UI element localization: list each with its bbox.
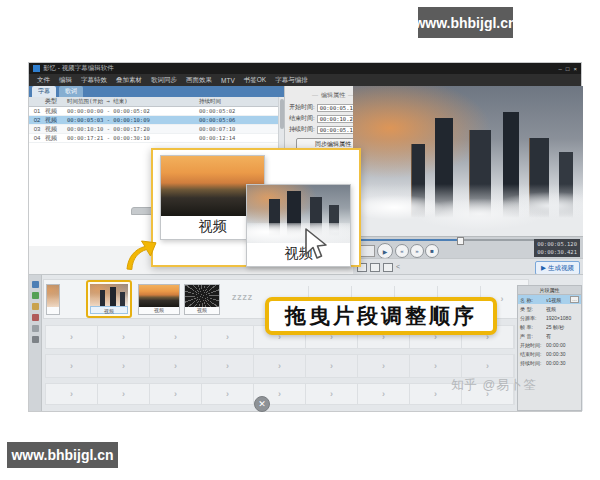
music-track-icon[interactable]	[32, 325, 39, 332]
menu-item-file[interactable]: 文件	[37, 76, 50, 85]
menu-item-picture-fx[interactable]: 画面效果	[186, 76, 212, 85]
watermark-bottom-left: www.bhbijgl.cn	[7, 442, 118, 468]
empty-slot	[98, 384, 150, 404]
empty-slot	[306, 355, 358, 377]
seek-handle[interactable]	[457, 237, 464, 245]
snapshot-icon[interactable]	[383, 263, 393, 272]
browse-button[interactable]: …	[570, 296, 579, 303]
table-row[interactable]: 01 视频 00:00:00:00 - 00:00:05:02 00:00:05…	[29, 107, 284, 116]
cloud-layer	[353, 184, 583, 236]
dismiss-x-button[interactable]: ✕	[254, 396, 270, 412]
empty-slot	[150, 326, 202, 348]
menu-item-overlay[interactable]: 叠加素材	[116, 76, 142, 85]
empty-slot	[98, 355, 150, 377]
menu-item-subtitle-fx[interactable]: 字幕特效	[81, 76, 107, 85]
property-row: 结束时间: 00:00:30	[518, 349, 581, 358]
property-row: 持续时间: 00:00:30	[518, 358, 581, 367]
storyboard-clip[interactable]: 视频	[184, 284, 220, 315]
empty-slot	[46, 326, 98, 348]
save-icon[interactable]	[370, 263, 380, 272]
empty-slot	[202, 326, 254, 348]
storyboard-clip-selected[interactable]: 视频	[86, 280, 132, 318]
timeline-track-row	[45, 354, 515, 378]
menu-item-lyric-sync[interactable]: 歌词同步	[151, 76, 177, 85]
end-time-label: 结束时间:	[289, 114, 315, 123]
clip-label: 视频	[90, 306, 128, 314]
empty-slot	[306, 384, 358, 404]
title-track-icon[interactable]	[32, 303, 39, 310]
share-icon[interactable]: <	[396, 263, 404, 270]
app-logo-icon	[33, 65, 40, 72]
render-icon: ▶	[541, 264, 546, 272]
video-preview	[353, 86, 583, 236]
col-range: 时间范围(开始 → 结束)	[67, 98, 199, 105]
empty-slot	[46, 355, 98, 377]
clip-label: 视频	[185, 307, 219, 314]
video-track-icon[interactable]	[32, 281, 39, 288]
menu-item-mtv[interactable]: MTV	[221, 77, 235, 84]
menu-bar: 文件 编辑 字幕特效 叠加素材 歌词同步 画面效果 MTV 书签OK 字幕与编排	[29, 74, 581, 86]
window-title: 影忆 - 视频字幕编辑软件	[43, 64, 114, 73]
render-video-button[interactable]: ▶ 生成视频	[535, 261, 580, 275]
table-row-selected[interactable]: 02 视频 00:00:05:03 - 00:00:10:09 00:00:05…	[29, 116, 284, 125]
empty-slot	[410, 355, 462, 377]
storyboard-clip[interactable]: 视频	[138, 284, 180, 315]
play-button[interactable]: ▶	[377, 243, 393, 259]
empty-slot	[202, 355, 254, 377]
title-bar: 影忆 - 视频字幕编辑软件 – □ ×	[29, 63, 581, 74]
prev-frame-button[interactable]: «	[395, 244, 409, 258]
annotation-callout: 拖曳片段调整顺序	[265, 297, 497, 335]
track-toolbar	[29, 275, 42, 411]
duration-label: 持续时间:	[289, 125, 315, 134]
empty-slot	[358, 355, 410, 377]
empty-slot	[150, 384, 202, 404]
preview-toolbar: < ▶ 生成视频	[353, 258, 583, 274]
storyboard-clip[interactable]	[46, 284, 60, 315]
stop-button[interactable]: ■	[425, 244, 439, 258]
transition-placeholder: ZZZZ	[232, 294, 253, 301]
empty-slot	[46, 384, 98, 404]
timecode-total: 00:00:30.421	[537, 248, 577, 256]
property-row: 分辨率: 1920×1080	[518, 313, 581, 322]
table-row[interactable]: 04 视频 00:00:17:21 - 00:00:30:10 00:00:12…	[29, 134, 284, 143]
menu-item-edit[interactable]: 编辑	[59, 76, 72, 85]
audio-track-icon[interactable]	[32, 314, 39, 321]
credit-watermark: 知乎 @易卜筌	[451, 377, 537, 394]
subtitle-tabstrip: 字幕 歌词	[29, 86, 284, 97]
clip-thumbnail	[90, 284, 128, 306]
empty-slot	[358, 384, 410, 404]
menu-item-layout[interactable]: 字幕与编排	[275, 76, 308, 85]
clip-properties-header: 片段属性	[518, 286, 581, 295]
clip-card-dragged[interactable]: 视频	[246, 184, 351, 267]
start-time-label: 开始时间:	[289, 103, 315, 112]
player-control-bar: ▶ « » ■ 00:00:05.120 00:00:30.421	[353, 236, 583, 258]
minimize-button[interactable]: –	[559, 66, 562, 72]
empty-slot	[150, 355, 202, 377]
clip-label: 视频	[139, 307, 179, 314]
subtitle-table-header: 类型 时间范围(开始 → 结束) 持续时间	[29, 97, 284, 107]
tab-lyrics[interactable]: 歌词	[59, 86, 83, 97]
clip-card-label: 视频	[247, 243, 350, 266]
property-row[interactable]: 名 称: v1视频 …	[518, 295, 581, 304]
col-type: 类型	[45, 97, 67, 106]
overlay-track-icon[interactable]	[32, 292, 39, 299]
tab-subtitle[interactable]: 字幕	[32, 86, 56, 97]
timeline-track-row	[45, 383, 515, 405]
table-row[interactable]: 03 视频 00:00:10:10 - 00:00:17:20 00:00:07…	[29, 125, 284, 134]
maximize-button[interactable]: □	[566, 66, 570, 72]
menu-item-bookmark[interactable]: 书签OK	[244, 76, 266, 85]
property-row: 开始时间: 00:00:00	[518, 340, 581, 349]
col-duration: 持续时间	[199, 98, 263, 105]
property-row: 帧 率: 25 帧/秒	[518, 322, 581, 331]
fx-track-icon[interactable]	[32, 336, 39, 343]
empty-slot	[254, 355, 306, 377]
watermark-top-right: www.bhbijgl.cn	[418, 7, 513, 38]
next-frame-button[interactable]: »	[410, 244, 424, 258]
property-row: 类 型: 视频	[518, 304, 581, 313]
close-button[interactable]: ×	[573, 66, 577, 72]
clip-thumbnail	[185, 285, 219, 307]
timecode-current: 00:00:05.120	[537, 240, 577, 248]
mouse-cursor-icon	[303, 228, 329, 260]
city-thumbnail	[247, 185, 350, 243]
empty-slot	[98, 326, 150, 348]
